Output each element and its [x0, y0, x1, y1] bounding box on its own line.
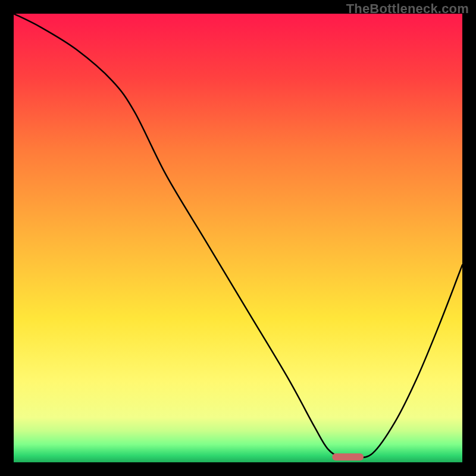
- plot-area: [14, 14, 462, 462]
- optimal-range-marker: [332, 453, 364, 461]
- gradient-background: [14, 14, 462, 462]
- chart-svg: [14, 14, 462, 462]
- watermark-text: TheBottleneck.com: [346, 1, 469, 17]
- chart-outer-frame: TheBottleneck.com: [0, 0, 476, 476]
